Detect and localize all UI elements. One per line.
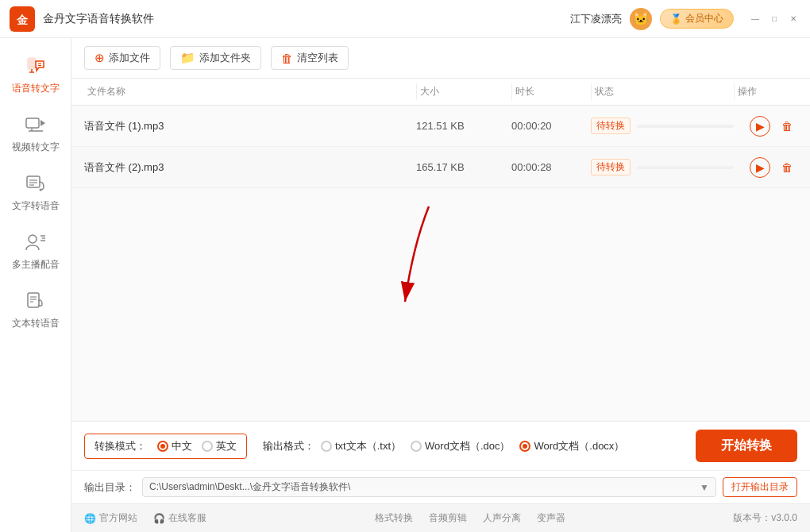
audio-edit-link[interactable]: 音频剪辑 bbox=[429, 511, 467, 525]
app-title: 金丹文字语音转换软件 bbox=[43, 12, 570, 26]
sidebar-item-video-to-text[interactable]: 视频转文字 bbox=[4, 105, 68, 160]
clear-list-icon: 🗑 bbox=[281, 52, 293, 65]
user-avatar: 🐱 bbox=[630, 8, 652, 30]
mode-radio-group: 中文 英文 bbox=[157, 439, 237, 453]
file-name-2: 语音文件 (2).mp3 bbox=[84, 160, 416, 175]
add-folder-label: 添加文件夹 bbox=[199, 51, 251, 65]
minimize-button[interactable]: — bbox=[748, 12, 762, 26]
format-label: 输出格式： bbox=[263, 439, 314, 453]
service-icon: 🎧 bbox=[153, 513, 165, 524]
convert-button[interactable]: 开始转换 bbox=[696, 430, 797, 462]
format-docx[interactable]: Word文档（.docx） bbox=[519, 439, 624, 453]
format-txt-label: txt文本（.txt） bbox=[335, 439, 401, 453]
output-path-display: C:\Users\admin\Deskt...\金丹文字语音转换软件\ ▼ bbox=[142, 477, 716, 497]
text-to-audio-icon bbox=[23, 288, 48, 314]
open-dir-button[interactable]: 打开输出目录 bbox=[723, 477, 797, 497]
vip-icon: 🏅 bbox=[670, 13, 682, 25]
sidebar-label-video-to-text: 视频转文字 bbox=[12, 141, 60, 154]
mode-chinese[interactable]: 中文 bbox=[157, 439, 192, 453]
mode-label: 转换模式： bbox=[94, 439, 146, 453]
play-button-1[interactable]: ▶ bbox=[750, 116, 770, 137]
header-name: 文件名称 bbox=[84, 83, 416, 100]
file-status-cell-2: 待转换 bbox=[591, 159, 734, 175]
file-duration-2: 00:00:28 bbox=[511, 161, 591, 173]
maximize-button[interactable]: □ bbox=[767, 12, 781, 26]
radio-txt-dot bbox=[321, 441, 332, 452]
status-badge-1: 待转换 bbox=[591, 118, 631, 134]
mode-english[interactable]: 英文 bbox=[202, 439, 237, 453]
status-badge-2: 待转换 bbox=[591, 159, 631, 175]
close-button[interactable]: ✕ bbox=[786, 12, 800, 26]
voice-changer-link[interactable]: 变声器 bbox=[537, 511, 565, 525]
official-website-link[interactable]: 🌐 官方网站 bbox=[84, 511, 137, 525]
file-actions-2: ▶ 🗑 bbox=[734, 157, 797, 178]
sidebar-item-text-to-audio[interactable]: 文本转语音 bbox=[4, 281, 68, 337]
table-row: 语音文件 (2).mp3 165.17 KB 00:00:28 待转换 ▶ 🗑 bbox=[71, 147, 810, 188]
file-actions-1: ▶ 🗑 bbox=[734, 116, 797, 137]
header-status: 状态 bbox=[591, 83, 734, 100]
username: 江下凌漂亮 bbox=[570, 12, 622, 26]
play-button-2[interactable]: ▶ bbox=[750, 157, 770, 178]
window-controls: — □ ✕ bbox=[748, 12, 800, 26]
radio-doc-dot bbox=[411, 441, 422, 452]
format-radio-group: txt文本（.txt） Word文档（.doc） Word文档（.docx） bbox=[321, 439, 624, 453]
header-action: 操作 bbox=[734, 83, 797, 100]
format-doc-label: Word文档（.doc） bbox=[425, 439, 510, 453]
output-path-text: C:\Users\admin\Deskt...\金丹文字语音转换软件\ bbox=[149, 480, 350, 494]
bottom-options: 转换模式： 中文 英文 输出格式： bbox=[71, 422, 810, 471]
delete-button-2[interactable]: 🗑 bbox=[777, 157, 797, 178]
format-txt[interactable]: txt文本（.txt） bbox=[321, 439, 401, 453]
file-status-cell-1: 待转换 bbox=[591, 118, 734, 134]
header-duration: 时长 bbox=[511, 83, 591, 100]
sidebar-item-speech-to-text[interactable]: 语音转文字 bbox=[4, 46, 68, 102]
file-size-1: 121.51 KB bbox=[416, 120, 511, 132]
file-list-header: 文件名称 大小 时长 状态 操作 bbox=[71, 79, 810, 106]
radio-docx-dot bbox=[519, 441, 530, 452]
svg-rect-11 bbox=[27, 176, 40, 187]
sidebar-item-text-to-speech[interactable]: 文字转语音 bbox=[4, 164, 68, 219]
footer: 🌐 官方网站 🎧 在线客服 格式转换 音频剪辑 人声分离 变声器 版本号：v3.… bbox=[71, 503, 810, 532]
mode-english-label: 英文 bbox=[216, 439, 237, 453]
vip-button[interactable]: 🏅 会员中心 bbox=[660, 9, 734, 29]
radio-english-dot bbox=[202, 441, 213, 452]
svg-rect-2 bbox=[28, 58, 36, 69]
vocal-separate-link[interactable]: 人声分离 bbox=[483, 511, 521, 525]
sidebar-label-text-to-audio: 文本转语音 bbox=[12, 317, 60, 330]
output-path-dropdown-icon[interactable]: ▼ bbox=[700, 482, 709, 493]
clear-list-button[interactable]: 🗑 清空列表 bbox=[271, 46, 349, 70]
official-website-icon: 🌐 bbox=[84, 513, 96, 524]
speech-to-text-icon bbox=[23, 53, 48, 79]
main-layout: 语音转文字 视频转文字 bbox=[0, 38, 810, 532]
add-folder-button[interactable]: 📁 添加文件夹 bbox=[170, 46, 261, 70]
footer-version: 版本号：v3.0.0 bbox=[733, 511, 797, 525]
add-file-icon: ⊕ bbox=[94, 51, 105, 65]
format-convert-link[interactable]: 格式转换 bbox=[375, 511, 413, 525]
app-logo: 金 bbox=[10, 6, 35, 32]
toolbar: ⊕ 添加文件 📁 添加文件夹 🗑 清空列表 bbox=[71, 38, 810, 79]
sidebar-label-multi-dubbing: 多主播配音 bbox=[12, 258, 60, 272]
sidebar: 语音转文字 视频转文字 bbox=[0, 38, 71, 532]
svg-text:金: 金 bbox=[16, 13, 29, 26]
svg-rect-20 bbox=[28, 293, 39, 307]
online-service-link[interactable]: 🎧 在线客服 bbox=[153, 511, 206, 525]
add-file-button[interactable]: ⊕ 添加文件 bbox=[84, 46, 160, 70]
svg-rect-7 bbox=[26, 118, 39, 128]
file-list: 语音文件 (1).mp3 121.51 KB 00:00:20 待转换 ▶ 🗑 … bbox=[71, 106, 810, 421]
file-duration-1: 00:00:20 bbox=[511, 120, 591, 132]
format-docx-label: Word文档（.docx） bbox=[534, 439, 624, 453]
add-file-label: 添加文件 bbox=[109, 51, 150, 65]
sidebar-item-multi-dubbing[interactable]: 多主播配音 bbox=[4, 222, 68, 278]
sidebar-label-text-to-speech: 文字转语音 bbox=[12, 199, 60, 213]
version-text: 版本号：v3.0.0 bbox=[733, 512, 797, 523]
multi-dubbing-icon bbox=[23, 229, 48, 255]
format-doc[interactable]: Word文档（.doc） bbox=[411, 439, 510, 453]
delete-button-1[interactable]: 🗑 bbox=[777, 116, 797, 137]
footer-left: 🌐 官方网站 🎧 在线客服 bbox=[84, 511, 206, 525]
video-to-text-icon bbox=[23, 112, 48, 137]
radio-chinese-dot bbox=[157, 441, 168, 452]
header-size: 大小 bbox=[416, 83, 511, 100]
file-name-1: 语音文件 (1).mp3 bbox=[84, 119, 416, 133]
content-area: ⊕ 添加文件 📁 添加文件夹 🗑 清空列表 文件名称 大小 时长 状态 操作 bbox=[71, 38, 810, 532]
footer-center: 格式转换 音频剪辑 人声分离 变声器 bbox=[222, 511, 717, 525]
clear-list-label: 清空列表 bbox=[297, 51, 338, 65]
